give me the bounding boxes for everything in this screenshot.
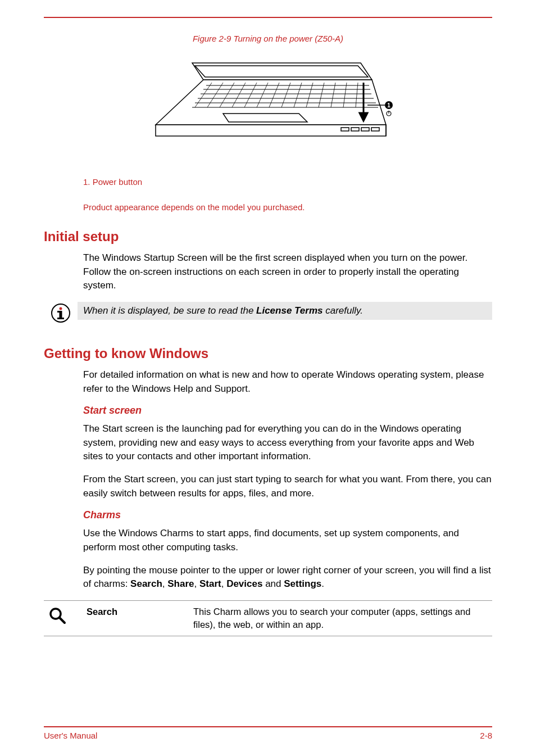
note-prefix: When it is displayed, be sure to read th… [83,305,256,316]
svg-rect-40 [57,318,64,319]
page-footer: User's Manual 2-8 [44,726,492,740]
note-bold: License Terms [256,305,322,316]
heading-initial-setup: Initial setup [44,229,492,245]
charm-name-devices: Devices [226,578,262,589]
license-terms-note: When it is displayed, be sure to read th… [44,302,492,323]
charm-name-search: Search [130,578,162,589]
charm-name-share: Share [167,578,194,589]
start-screen-p1: The Start screen is the launching pad fo… [83,422,492,464]
charms-table: Search This Charm allows you to search y… [44,600,492,636]
charm-row-desc: This Charm allows you to search your com… [190,600,492,636]
heading-getting-to-know-windows: Getting to know Windows [44,346,492,361]
charms-p2: By pointing the mouse pointer to the upp… [83,564,492,591]
product-appearance-note: Product appearance depends on the model … [83,202,492,212]
windows-paragraph: For detailed information on what is new … [83,368,492,396]
charms-p1: Use the Windows Charms to start apps, fi… [83,527,492,554]
svg-rect-39 [57,311,61,313]
charm-name-start: Start [199,578,221,589]
charm-name-settings: Settings [284,578,321,589]
figure-caption: Figure 2-9 Turning on the power (Z50-A) [44,34,492,43]
svg-point-37 [60,307,62,310]
callout-number: 1 [387,102,390,108]
charm-row-name: Search [83,600,190,636]
footer-left: User's Manual [44,731,97,740]
svg-line-42 [60,618,65,623]
heading-charms: Charms [83,509,492,521]
footer-right: 2-8 [480,731,492,740]
figure-image: 1 [44,49,492,169]
table-row: Search This Charm allows you to search y… [44,600,492,636]
initial-setup-paragraph: The Windows Startup Screen will be the f… [83,251,492,293]
search-icon [47,617,67,627]
top-divider [44,17,492,18]
info-icon [44,302,78,323]
svg-marker-2 [156,80,386,125]
start-screen-p2: From the Start screen, you can just star… [83,473,492,500]
heading-start-screen: Start screen [83,405,492,417]
note-suffix: carefully. [323,305,364,316]
figure-legend: 1. Power button [83,177,492,187]
